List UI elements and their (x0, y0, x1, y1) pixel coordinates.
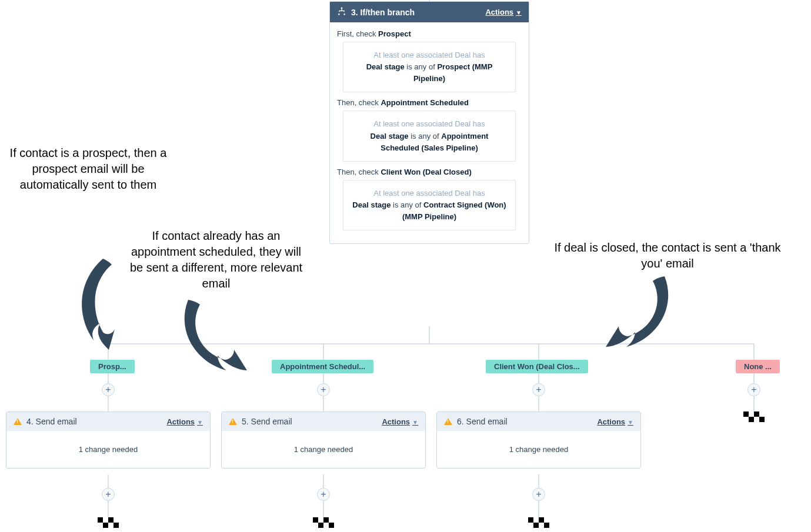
action-card-send-email-4[interactable]: 4. Send email Actions▼ 1 change needed (6, 411, 211, 469)
annotation-appointment: If contact already has an appointment sc… (124, 228, 309, 292)
annotation-arrow-icon (176, 300, 253, 382)
branch-card-header: 3. If/then branch Actions▼ (330, 2, 529, 22)
add-action-button[interactable]: + (532, 488, 545, 501)
action-card-actions-dropdown[interactable]: Actions▼ (166, 417, 203, 426)
add-action-button[interactable]: + (532, 383, 545, 396)
add-action-button[interactable]: + (317, 383, 330, 396)
branch-check-appointment: Then, check Appointment Scheduled At lea… (337, 98, 522, 161)
branch-pill-client-won[interactable]: Client Won (Deal Clos... (486, 360, 588, 373)
add-action-button[interactable]: + (747, 383, 760, 396)
warning-icon (229, 418, 237, 425)
action-card-header: 5. Send email Actions▼ (222, 412, 425, 431)
action-card-body: 1 change needed (437, 431, 640, 468)
branch-pill-none[interactable]: None ... (736, 360, 780, 373)
action-card-title: 6. Send email (457, 417, 508, 426)
add-action-button[interactable]: + (102, 488, 115, 501)
branch-pill-appointment[interactable]: Appointment Schedul... (272, 360, 373, 373)
branch-card-title: 3. If/then branch (351, 8, 415, 17)
annotation-arrow-icon (71, 259, 135, 359)
branch-check-client-won: Then, check Client Won (Deal Closed) At … (337, 168, 522, 230)
end-marker-icon (528, 517, 549, 528)
action-card-header: 4. Send email Actions▼ (6, 412, 210, 431)
add-action-button[interactable]: + (102, 383, 115, 396)
branch-actions-dropdown[interactable]: Actions▼ (485, 8, 522, 16)
condition-box[interactable]: At least one associated Deal has Deal st… (343, 42, 516, 92)
condition-box[interactable]: At least one associated Deal has Deal st… (343, 180, 516, 230)
branch-pill-prospect[interactable]: Prosp... (90, 360, 135, 373)
action-card-send-email-6[interactable]: 6. Send email Actions▼ 1 change needed (436, 411, 641, 469)
end-marker-icon (743, 411, 765, 422)
action-card-body: 1 change needed (6, 431, 210, 468)
annotation-prospect: If contact is a prospect, then a prospec… (9, 145, 168, 193)
branch-card-body: First, check Prospect At least one assoc… (330, 22, 529, 243)
action-card-send-email-5[interactable]: 5. Send email Actions▼ 1 change needed (221, 411, 426, 469)
condition-box[interactable]: At least one associated Deal has Deal st… (343, 111, 516, 161)
action-card-body: 1 change needed (222, 431, 425, 468)
action-card-actions-dropdown[interactable]: Actions▼ (382, 417, 418, 426)
end-marker-icon (98, 517, 119, 528)
branch-check-prospect: First, check Prospect At least one assoc… (337, 29, 522, 92)
warning-icon (14, 418, 22, 425)
warning-icon (444, 418, 452, 425)
action-card-title: 4. Send email (26, 417, 77, 426)
annotation-closed: If deal is closed, the contact is sent a… (544, 240, 791, 272)
add-action-button[interactable]: + (317, 488, 330, 501)
action-card-actions-dropdown[interactable]: Actions▼ (597, 417, 633, 426)
action-card-title: 5. Send email (242, 417, 292, 426)
action-card-header: 6. Send email Actions▼ (437, 412, 640, 431)
annotation-arrow-icon (600, 276, 676, 359)
branch-icon (337, 6, 346, 18)
if-then-branch-card[interactable]: 3. If/then branch Actions▼ First, check … (329, 1, 529, 244)
end-marker-icon (313, 517, 334, 528)
